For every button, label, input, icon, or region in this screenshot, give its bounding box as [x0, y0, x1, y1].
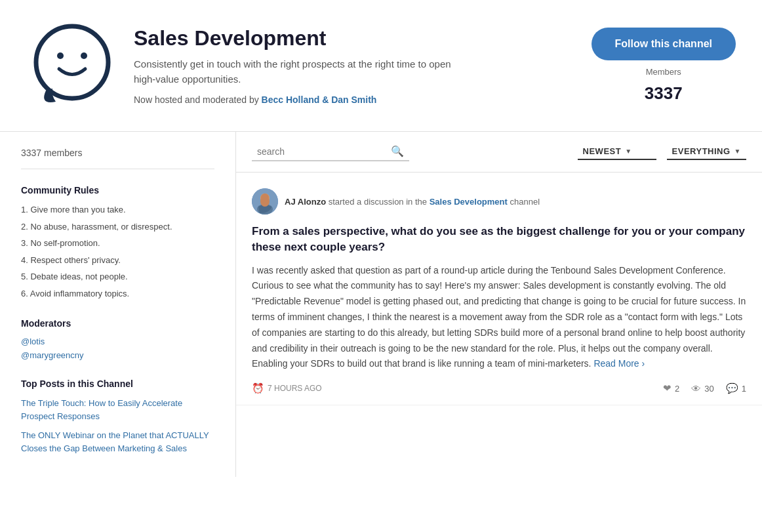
everything-dropdown[interactable]: EVERYTHING ▼ [667, 144, 746, 160]
rule-4: 4. Respect others' privacy. [21, 254, 214, 267]
main-layout: 3337 members Community Rules 1. Give mor… [0, 132, 762, 477]
post-time-text: 7 HOURS AGO [268, 384, 322, 393]
follow-button[interactable]: Follow this channel [592, 28, 736, 60]
post-channel-suffix: channel [510, 197, 540, 207]
moderators-title: Moderators [21, 318, 214, 329]
svg-point-0 [36, 26, 108, 98]
top-post-2[interactable]: The ONLY Webinar on the Planet that ACTU… [21, 429, 214, 455]
newest-chevron-icon: ▼ [625, 148, 632, 155]
author-avatar [252, 188, 278, 215]
post-author[interactable]: AJ Alonzo [285, 197, 326, 207]
search-box[interactable]: 🔍 [252, 142, 409, 161]
top-posts-title: Top Posts in this Channel [21, 379, 214, 389]
rule-5: 5. Debate ideas, not people. [21, 270, 214, 283]
svg-point-1 [57, 52, 64, 59]
community-rules-section: Community Rules 1. Give more than you ta… [21, 185, 214, 300]
sidebar: 3337 members Community Rules 1. Give mor… [0, 132, 236, 477]
post-title[interactable]: From a sales perspective, what do you se… [252, 224, 746, 255]
comments-stat[interactable]: 💬 1 [726, 382, 746, 394]
top-posts-section: Top Posts in this Channel The Triple Tou… [21, 379, 214, 455]
members-label: Members [646, 67, 681, 77]
views-count: 30 [704, 384, 713, 394]
content-toolbar: 🔍 NEWEST ▼ EVERYTHING ▼ [236, 132, 762, 173]
rule-2: 2. No abuse, harassment, or disrespect. [21, 220, 214, 234]
post-footer: ⏰ 7 HOURS AGO ❤ 2 👁 30 💬 1 [252, 382, 746, 394]
comments-count: 1 [742, 384, 746, 394]
moderators-section: Moderators @lotis @marygreencny [21, 318, 214, 360]
community-rules-title: Community Rules [21, 185, 214, 195]
members-count: 3337 [645, 83, 683, 104]
rule-1: 1. Give more than you take. [21, 203, 214, 216]
moderator-2[interactable]: @marygreencny [21, 350, 214, 360]
newest-dropdown[interactable]: NEWEST ▼ [578, 144, 656, 160]
post-meta-action: started a discussion in the [329, 197, 427, 207]
rule-6: 6. Avoid inflammatory topics. [21, 287, 214, 300]
post-body: I was recently asked that question as pa… [252, 263, 746, 373]
search-icon[interactable]: 🔍 [391, 145, 404, 157]
content-area: 🔍 NEWEST ▼ EVERYTHING ▼ [236, 132, 762, 477]
post-body-text: I was recently asked that question as pa… [252, 265, 746, 369]
sidebar-members-count: 3337 members [21, 148, 214, 169]
channel-header: Sales Development Consistently get in to… [0, 0, 762, 132]
svg-point-2 [81, 52, 87, 59]
channel-hosted-by: Now hosted and moderated by Becc Holland… [134, 94, 576, 105]
top-post-1[interactable]: The Triple Touch: How to Easily Accelera… [21, 397, 214, 422]
likes-count: 2 [675, 384, 679, 394]
read-more-link[interactable]: Read More › [593, 358, 645, 369]
post-channel-link[interactable]: Sales Development [430, 197, 508, 207]
post-card: AJ Alonzo started a discussion in the Sa… [236, 173, 762, 405]
hosts-link[interactable]: Becc Holland & Dan Smith [262, 94, 377, 105]
svg-point-8 [261, 194, 269, 201]
channel-follow-section: Follow this channel Members 3337 [592, 28, 736, 104]
post-meta: AJ Alonzo started a discussion in the Sa… [252, 188, 746, 215]
views-stat: 👁 30 [691, 383, 713, 394]
rule-3: 3. No self-promotion. [21, 237, 214, 250]
post-stats: ❤ 2 👁 30 💬 1 [663, 382, 746, 394]
channel-description: Consistently get in touch with the right… [134, 57, 462, 87]
heart-icon: ❤ [663, 382, 672, 394]
comment-icon: 💬 [726, 382, 738, 394]
clock-icon: ⏰ [252, 382, 264, 394]
everything-chevron-icon: ▼ [734, 148, 741, 155]
search-input[interactable] [257, 146, 386, 157]
channel-logo [26, 20, 118, 112]
post-timestamp: ⏰ 7 HOURS AGO [252, 382, 650, 394]
everything-label: EVERYTHING [672, 146, 731, 156]
newest-label: NEWEST [583, 146, 622, 156]
moderator-1[interactable]: @lotis [21, 337, 214, 346]
hosted-by-prefix: Now hosted and moderated by [134, 94, 262, 105]
channel-title: Sales Development [134, 26, 576, 51]
eye-icon: 👁 [691, 383, 701, 394]
post-meta-text: AJ Alonzo started a discussion in the Sa… [285, 197, 540, 207]
channel-info: Sales Development Consistently get in to… [134, 26, 576, 105]
likes-stat[interactable]: ❤ 2 [663, 382, 679, 394]
